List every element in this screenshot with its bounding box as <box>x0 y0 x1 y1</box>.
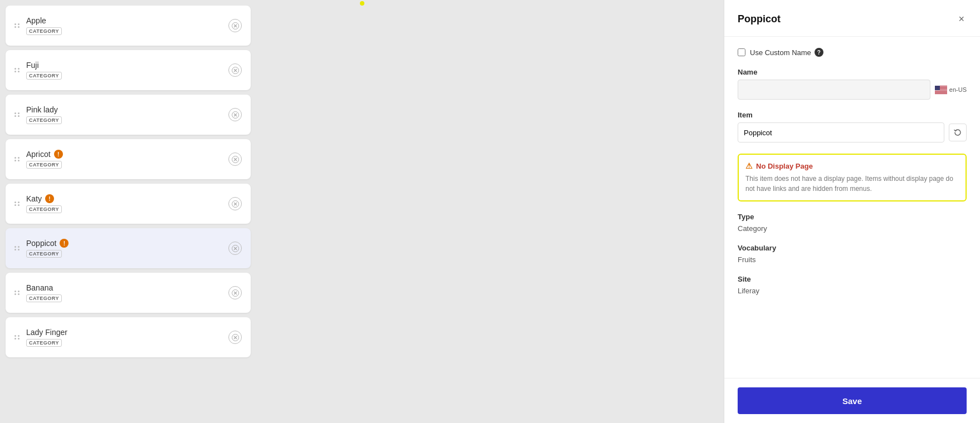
name-field-group: Name <box>738 68 967 100</box>
svg-rect-32 <box>935 91 947 91</box>
item-badge: CATEGORY <box>26 27 62 35</box>
remove-button-banana[interactable] <box>228 286 242 299</box>
item-card-katy[interactable]: Katy ! CATEGORY <box>6 184 251 224</box>
item-name: Apple <box>26 16 222 25</box>
item-badge: CATEGORY <box>26 250 62 258</box>
item-info: Poppicot ! CATEGORY <box>26 239 222 258</box>
warning-icon: ! <box>45 194 54 203</box>
use-custom-name-checkbox[interactable] <box>738 48 745 56</box>
drag-handle[interactable] <box>14 335 19 340</box>
item-info: Banana CATEGORY <box>26 283 222 302</box>
item-card-poppicot[interactable]: Poppicot ! CATEGORY <box>6 228 251 268</box>
warning-icon: ! <box>54 150 63 159</box>
drag-handle[interactable] <box>14 23 19 28</box>
svg-rect-37 <box>935 86 940 90</box>
remove-button-katy[interactable] <box>228 197 242 210</box>
item-input[interactable] <box>738 122 944 142</box>
warning-icon: ! <box>60 239 69 248</box>
item-name: Apricot ! <box>26 150 222 159</box>
svg-rect-33 <box>935 91 947 92</box>
item-badge: CATEGORY <box>26 294 62 302</box>
item-card-apricot[interactable]: Apricot ! CATEGORY <box>6 139 251 179</box>
drag-handle[interactable] <box>14 112 19 117</box>
item-badge: CATEGORY <box>26 339 62 347</box>
item-info: Pink lady CATEGORY <box>26 105 222 124</box>
item-badge: CATEGORY <box>26 205 62 213</box>
use-custom-name-row: Use Custom Name ? <box>738 48 967 57</box>
item-card-pink-lady[interactable]: Pink lady CATEGORY <box>6 95 251 135</box>
drag-handle[interactable] <box>14 157 19 161</box>
drag-handle[interactable] <box>14 246 19 250</box>
warning-box-text: This item does not have a display page. … <box>745 174 959 194</box>
type-field-group: Type Category <box>738 213 967 233</box>
use-custom-name-label: Use Custom Name ? <box>750 48 823 57</box>
panel-footer: Save <box>724 378 980 423</box>
items-list: Apple CATEGORY Fuji <box>6 6 251 357</box>
site-label: Site <box>738 275 967 283</box>
name-field-label: Name <box>738 68 967 76</box>
vocabulary-label: Vocabulary <box>738 244 967 252</box>
vocabulary-field-group: Vocabulary Fruits <box>738 244 967 264</box>
item-info: Fuji CATEGORY <box>26 61 222 80</box>
item-field-group: Item <box>738 111 967 142</box>
item-name: Poppicot ! <box>26 239 222 248</box>
item-card-banana[interactable]: Banana CATEGORY <box>6 273 251 313</box>
site-value: Liferay <box>738 287 967 295</box>
name-input-row: en-US <box>738 80 967 100</box>
item-name: Pink lady <box>26 105 222 114</box>
lang-text: en-US <box>949 86 967 93</box>
help-icon[interactable]: ? <box>815 48 823 57</box>
yellow-dot <box>360 1 364 6</box>
warning-triangle-icon: ⚠ <box>745 161 753 170</box>
type-label: Type <box>738 213 967 221</box>
item-badge: CATEGORY <box>26 161 62 169</box>
item-name: Banana <box>26 283 222 292</box>
name-input[interactable] <box>738 80 930 100</box>
item-name: Katy ! <box>26 194 222 203</box>
item-card-apple[interactable]: Apple CATEGORY <box>6 6 251 46</box>
remove-button-lady-finger[interactable] <box>228 331 242 344</box>
right-panel: Poppicot × Use Custom Name ? Name <box>724 0 980 423</box>
item-badge: CATEGORY <box>26 116 62 124</box>
drag-handle[interactable] <box>14 201 19 206</box>
remove-button-poppicot[interactable] <box>228 242 242 255</box>
item-field-label: Item <box>738 111 967 119</box>
item-info: Apple CATEGORY <box>26 16 222 35</box>
lang-badge: en-US <box>935 86 967 94</box>
save-button[interactable]: Save <box>738 387 967 414</box>
panel-title: Poppicot <box>738 13 781 25</box>
refresh-icon <box>954 129 962 136</box>
svg-rect-35 <box>935 92 947 93</box>
close-button[interactable]: × <box>956 11 967 27</box>
item-card-fuji[interactable]: Fuji CATEGORY <box>6 50 251 90</box>
svg-rect-34 <box>935 92 947 92</box>
main-canvas: Apple CATEGORY Fuji <box>0 0 724 423</box>
panel-header: Poppicot × <box>724 0 980 37</box>
warning-box: ⚠ No Display Page This item does not hav… <box>738 154 967 201</box>
site-field-group: Site Liferay <box>738 275 967 295</box>
drag-handle[interactable] <box>14 291 19 295</box>
item-badge: CATEGORY <box>26 72 62 80</box>
item-info: Apricot ! CATEGORY <box>26 150 222 169</box>
remove-button-pink-lady[interactable] <box>228 108 242 121</box>
item-input-row <box>738 122 967 142</box>
panel-body: Use Custom Name ? Name <box>724 37 980 378</box>
item-name: Fuji <box>26 61 222 70</box>
us-flag-icon <box>935 86 947 94</box>
warning-box-title: ⚠ No Display Page <box>745 161 959 170</box>
drag-handle[interactable] <box>14 68 19 72</box>
item-card-lady-finger[interactable]: Lady Finger CATEGORY <box>6 317 251 357</box>
type-value: Category <box>738 224 967 233</box>
item-name: Lady Finger <box>26 328 222 337</box>
refresh-button[interactable] <box>949 124 967 141</box>
item-info: Katy ! CATEGORY <box>26 194 222 213</box>
svg-rect-36 <box>935 93 947 94</box>
remove-button-apple[interactable] <box>228 19 242 32</box>
item-info: Lady Finger CATEGORY <box>26 328 222 347</box>
remove-button-apricot[interactable] <box>228 153 242 166</box>
svg-rect-31 <box>935 90 947 91</box>
vocabulary-value: Fruits <box>738 255 967 264</box>
remove-button-fuji[interactable] <box>228 63 242 77</box>
